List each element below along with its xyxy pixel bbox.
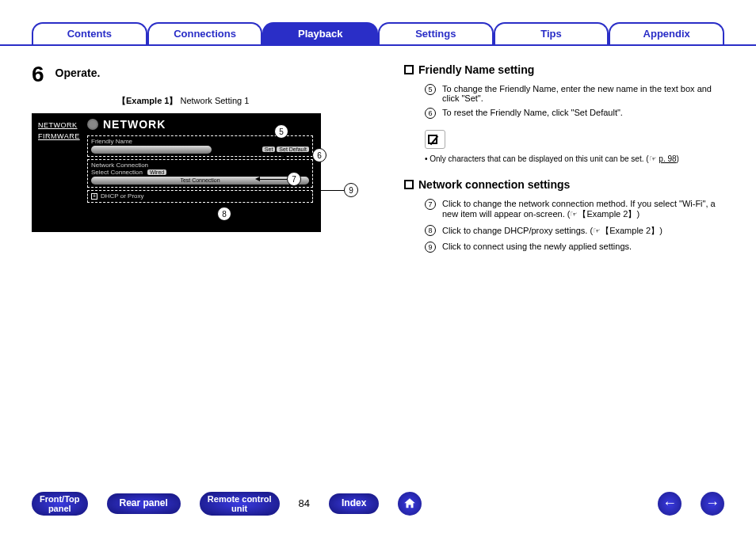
- dhcp-label: DHCP or Proxy: [101, 192, 144, 200]
- tab-contents[interactable]: Contents: [32, 22, 147, 44]
- note-line: • Only characters that can be displayed …: [404, 154, 724, 164]
- ref-icon: ☞: [593, 226, 601, 235]
- plus-icon: +: [91, 193, 97, 200]
- item-6-num: 6: [425, 108, 436, 119]
- tab-connections[interactable]: Connections: [147, 22, 263, 44]
- front-top-panel-button[interactable]: Front/Toppanel: [32, 492, 88, 516]
- item-6: 6To reset the Friendly Name, click "Set …: [404, 108, 724, 119]
- right-column: Friendly Name setting 5To change the Fri…: [404, 62, 724, 257]
- note-icon-row: [425, 130, 724, 149]
- page-number: 84: [299, 497, 310, 509]
- heading-friendly-name: Friendly Name setting: [404, 63, 724, 76]
- dhcp-box: + DHCP or Proxy: [87, 190, 313, 203]
- remote-control-label: Remote controlunit: [208, 494, 272, 513]
- tab-settings[interactable]: Settings: [378, 22, 494, 44]
- item-8-num: 8: [425, 225, 436, 236]
- home-icon: [403, 497, 417, 511]
- main-content: 6 Operate. 【Example 1】 Network Setting 1…: [0, 46, 756, 257]
- heading-friendly-name-text: Friendly Name setting: [418, 63, 534, 76]
- item-9-num: 9: [425, 242, 436, 253]
- bottom-bar: Front/Toppanel Rear panel Remote control…: [0, 492, 756, 516]
- top-tabs: Contents Connections Playback Settings T…: [0, 0, 756, 46]
- tab-playback[interactable]: Playback: [262, 22, 378, 44]
- callout-8: 8: [187, 207, 231, 221]
- tab-appendix[interactable]: Appendix: [609, 22, 724, 44]
- example-text: Network Setting 1: [178, 96, 249, 105]
- callout-8-num: 8: [217, 207, 231, 221]
- item-7: 7Click to change the network connection …: [404, 199, 724, 220]
- callout-5-num: 5: [274, 124, 288, 139]
- callout-9: 9: [314, 183, 358, 197]
- item-5: 5To change the Friendly Name, enter the …: [404, 84, 724, 103]
- side-item-firmware: FIRMWARE: [38, 132, 81, 140]
- left-column: 6 Operate. 【Example 1】 Network Setting 1…: [32, 62, 372, 257]
- next-page-button[interactable]: →: [701, 492, 724, 516]
- item-9: 9Click to connect using the newly applie…: [404, 242, 724, 253]
- example-prefix: 【Example 1】: [117, 96, 178, 105]
- ref-icon: ☞: [570, 209, 578, 219]
- note-close: ): [677, 154, 679, 163]
- heading-network-connection: Network connection settings: [404, 178, 724, 191]
- front-top-panel-label: Front/Toppanel: [40, 494, 80, 513]
- callout-7-num: 7: [287, 172, 301, 186]
- home-button[interactable]: [398, 492, 422, 516]
- note-text: • Only characters that can be displayed …: [425, 154, 649, 163]
- note-page-link[interactable]: p. 98: [659, 154, 676, 163]
- item-7-num: 7: [425, 199, 436, 210]
- index-button[interactable]: Index: [329, 493, 379, 513]
- rear-panel-button[interactable]: Rear panel: [107, 493, 181, 513]
- globe-icon: [87, 119, 98, 130]
- step-number: 6: [32, 62, 44, 87]
- callout-5: 5: [244, 124, 288, 139]
- wired-button: Wired: [147, 169, 166, 175]
- item-8: 8Click to change DHCP/proxy settings. (☞…: [404, 225, 724, 237]
- callout-7: 7: [257, 172, 301, 186]
- remote-control-button[interactable]: Remote controlunit: [200, 492, 280, 516]
- callout-6-num: 6: [312, 148, 326, 162]
- friendly-name-input: [91, 146, 212, 154]
- item-8-text: Click to change DHCP/proxy settings. (☞【…: [442, 225, 662, 237]
- panel-side-menu: NETWORK FIRMWARE: [32, 113, 87, 232]
- item-7-text: Click to change the network connection m…: [442, 199, 724, 220]
- friendly-name-label: Friendly Name: [91, 138, 309, 145]
- square-icon: [404, 65, 414, 74]
- arrow-left-icon: ←: [662, 495, 677, 512]
- tab-tips[interactable]: Tips: [494, 22, 609, 44]
- network-connection-label: Network Connection: [91, 162, 309, 169]
- square-icon: [404, 180, 414, 189]
- item-5-text: To change the Friendly Name, enter the n…: [442, 84, 724, 103]
- set-button: Set: [262, 147, 276, 152]
- pencil-icon: [428, 135, 437, 144]
- heading-network-connection-text: Network connection settings: [418, 178, 570, 191]
- example-label: 【Example 1】 Network Setting 1: [117, 95, 372, 107]
- prev-page-button[interactable]: ←: [658, 492, 682, 516]
- item-9-text: Click to connect using the newly applied…: [442, 242, 632, 253]
- step-header: 6 Operate.: [32, 62, 372, 87]
- item-6-text: To reset the Friendly Name, click "Set D…: [442, 108, 623, 119]
- figure: NETWORK FIRMWARE NETWORK Friendly Name S…: [32, 113, 372, 232]
- item-5-num: 5: [425, 84, 436, 95]
- side-item-network: NETWORK: [38, 121, 81, 129]
- arrow-right-icon: →: [705, 495, 720, 512]
- callout-6: 6: [282, 148, 326, 162]
- step-title: Operate.: [55, 67, 101, 79]
- callout-9-num: 9: [344, 183, 358, 197]
- select-connection-label: Select Connection: [91, 169, 143, 176]
- ref-icon: ☞: [649, 154, 657, 163]
- panel-title: NETWORK: [103, 118, 166, 131]
